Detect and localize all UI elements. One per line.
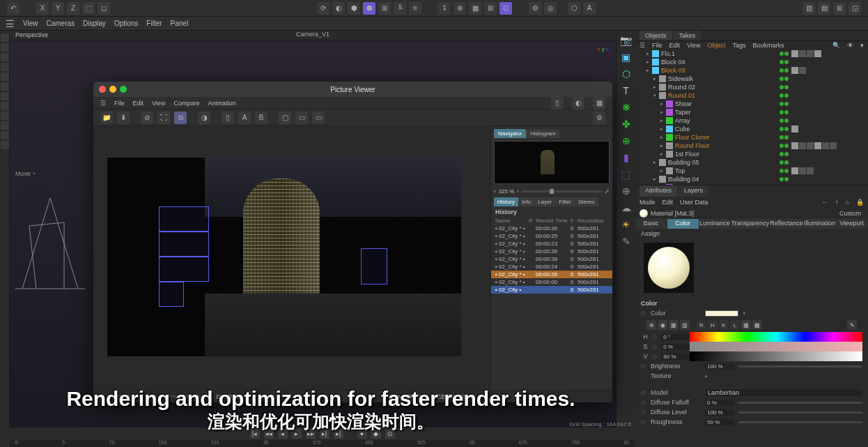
tree-row[interactable]: ▸Building 05 <box>635 158 868 167</box>
obj-hamburger-icon[interactable]: ☰ <box>640 42 645 49</box>
deformer-obj-icon[interactable]: ▮ <box>619 151 633 165</box>
val-slider[interactable] <box>690 351 862 361</box>
model-value[interactable]: Lambertian <box>705 389 862 396</box>
menu-filter[interactable]: Filter <box>146 20 162 27</box>
axis-x[interactable]: X <box>36 2 49 15</box>
zoom-prev-icon[interactable]: ‹ <box>494 188 496 195</box>
hex-icon[interactable]: ⬡ <box>568 2 580 15</box>
assign-label[interactable]: Assign <box>635 229 868 238</box>
tab-info[interactable]: Info <box>518 197 534 206</box>
swatch-icon[interactable]: ▦ <box>669 320 679 330</box>
pv-text-a-icon[interactable]: A <box>238 112 251 124</box>
sky-obj-icon[interactable]: ☁ <box>619 201 633 215</box>
history-row[interactable]: ▪ 02_City * •00:00:000500x281 <box>491 278 612 286</box>
picker-icon[interactable]: ⊕ <box>646 320 656 330</box>
tree-row[interactable]: ▸Flo.1 <box>635 50 868 58</box>
minimize-icon[interactable] <box>109 86 116 93</box>
compare-ab-icon[interactable]: ⧉ <box>174 112 187 124</box>
deformer2-obj-icon[interactable]: ⬚ <box>619 167 633 181</box>
rail-8-icon[interactable] <box>1 102 9 110</box>
menu-view[interactable]: View <box>23 20 38 27</box>
brightness-slider[interactable] <box>738 365 862 368</box>
coord-icon[interactable]: ⬚ <box>82 2 95 15</box>
spline-obj-icon[interactable]: T <box>619 84 633 98</box>
environment-obj-icon[interactable]: ⊕ <box>619 184 633 198</box>
tab-histogram[interactable]: Histogram <box>526 129 559 138</box>
stop-icon[interactable]: ⊘ <box>141 112 153 124</box>
tree-row[interactable]: ▸Taper <box>635 108 868 116</box>
history-row[interactable]: ▪ 02_City * •00:00:240500x281 <box>491 263 612 271</box>
pv-text-b-icon[interactable]: B <box>255 112 268 124</box>
tree-row[interactable]: ▸Array <box>635 116 868 125</box>
history-row[interactable]: ▪ 02_City * •00:00:260500x281 <box>491 225 612 232</box>
mode-5-icon[interactable]: ▦ <box>741 320 751 330</box>
tree-row[interactable]: ▾Round 01 <box>635 91 868 100</box>
gear-icon[interactable]: ⚙ <box>529 2 541 15</box>
tree-row[interactable]: ▸Cube <box>635 125 868 133</box>
tree-row[interactable]: ▸Building 04 <box>635 175 868 183</box>
mode-6-icon[interactable]: ▩ <box>752 320 762 330</box>
roughness-slider[interactable] <box>738 421 862 423</box>
render-pv-icon[interactable]: ⬣ <box>363 2 375 15</box>
target-icon[interactable]: ◎ <box>544 2 557 15</box>
tree-row[interactable]: ▸Block 04 <box>635 58 868 66</box>
obj-menu-bookmarks[interactable]: Bookmarks <box>752 42 784 49</box>
snap1-icon[interactable]: ↧ <box>438 2 451 15</box>
chan-illumination[interactable]: Illumination <box>804 219 837 229</box>
rail-11-icon[interactable] <box>1 131 9 139</box>
diffuse-level-value[interactable]: 100 % <box>705 409 734 416</box>
history-row[interactable]: ▪ 02_City * •00:00:380500x281 <box>491 255 612 263</box>
mode-l-icon[interactable]: L <box>730 320 740 330</box>
mograph-obj-icon[interactable]: ✤ <box>619 117 633 131</box>
pv-titlebar[interactable]: Picture Viewer <box>93 82 612 97</box>
tree-row[interactable]: ▸Top <box>635 167 868 175</box>
rail-7-icon[interactable] <box>1 92 9 100</box>
attr-menu-mode[interactable]: Mode <box>640 199 656 206</box>
picker-mode-icon[interactable]: ◉ <box>658 320 667 330</box>
hamburger-icon[interactable]: ☰ <box>6 18 15 29</box>
null-obj-icon[interactable]: ✎ <box>619 234 633 248</box>
menu-options[interactable]: Options <box>114 20 138 27</box>
obj-filter-icon[interactable]: ▾ <box>860 42 864 49</box>
pv-menu-animation[interactable]: Animation <box>208 100 235 107</box>
obj-view-icon[interactable]: 👁 <box>847 42 853 49</box>
pv-panel1-icon[interactable]: ▯ <box>551 97 564 109</box>
tab-layers[interactable]: Layers <box>679 185 708 197</box>
attr-fwd-icon[interactable]: ↑ <box>835 199 839 206</box>
cube-obj-icon[interactable]: ▣ <box>619 50 633 64</box>
tool2-icon[interactable]: ╚ <box>394 2 406 15</box>
brightness-value[interactable]: 100 % <box>705 363 734 370</box>
tab-objects[interactable]: Objects <box>640 31 672 40</box>
pv-menu-edit[interactable]: Edit <box>133 100 144 107</box>
tab-stereo[interactable]: Stereo <box>575 197 598 206</box>
diffuse-level-slider[interactable] <box>738 411 862 414</box>
mode-r-icon[interactable]: R <box>697 320 706 330</box>
diffuse-falloff-slider[interactable] <box>738 402 862 404</box>
history-row[interactable]: ▪ 02_City •0500x281 <box>491 286 612 294</box>
pv-hamburger-icon[interactable]: ☰ <box>100 100 106 107</box>
tree-row[interactable]: ▸Floor Cloner <box>635 133 868 142</box>
pv-panel3-icon[interactable]: ▦ <box>593 97 605 109</box>
diffuse-falloff-value[interactable]: 0 % <box>705 400 734 406</box>
attr-menu-edit[interactable]: Edit <box>662 199 674 206</box>
pv-canvas[interactable] <box>93 126 490 390</box>
filter-icon[interactable]: ▯ <box>222 112 234 124</box>
render-settings-icon[interactable]: ⬢ <box>348 2 360 15</box>
tree-row[interactable]: ▸Round Floor <box>635 142 868 150</box>
attr-menu-userdata[interactable]: User Data <box>680 199 708 206</box>
tab-history[interactable]: History <box>494 197 518 206</box>
zoom-next-icon[interactable]: › <box>517 188 519 195</box>
snap3-icon[interactable]: ▦ <box>469 2 481 15</box>
chan-transparency[interactable]: Transparency <box>731 219 770 229</box>
rail-move-icon[interactable] <box>1 33 9 42</box>
v-value[interactable]: 80 % <box>661 354 690 360</box>
pv-menu-compare[interactable]: Compare <box>173 100 199 107</box>
tree-row[interactable]: ▸Shear <box>635 100 868 108</box>
custom-label[interactable]: Custom <box>839 210 864 217</box>
chan-color[interactable]: Color <box>667 219 699 229</box>
chan-basic[interactable]: Basic <box>635 219 667 229</box>
tree-row[interactable]: ▸1st Floor <box>635 150 868 158</box>
tool1-icon[interactable]: ⊞ <box>378 2 391 15</box>
tree-row[interactable]: ▸Block 03 <box>635 66 868 75</box>
obj-menu-object[interactable]: Object <box>707 42 725 49</box>
